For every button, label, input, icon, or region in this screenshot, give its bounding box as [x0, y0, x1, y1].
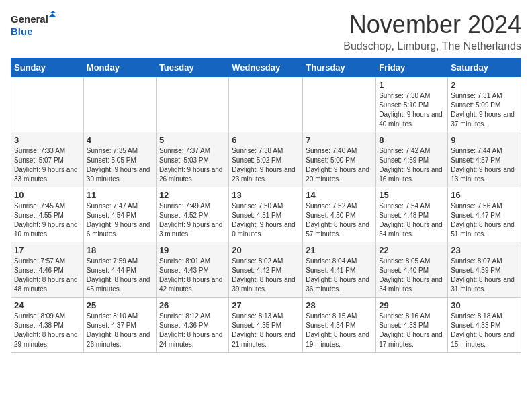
day-info: Sunrise: 7:44 AM Sunset: 4:57 PM Dayligh…: [451, 146, 518, 184]
day-number: 19: [159, 245, 226, 255]
calendar-body: 1Sunrise: 7:30 AM Sunset: 5:10 PM Daylig…: [11, 77, 521, 353]
day-number: 9: [451, 135, 518, 145]
day-number: 25: [87, 300, 153, 310]
day-number: 29: [379, 300, 445, 310]
calendar-cell: 1Sunrise: 7:30 AM Sunset: 5:10 PM Daylig…: [376, 77, 448, 132]
logo-svg: General Blue: [11, 11, 58, 40]
calendar-cell: 16Sunrise: 7:56 AM Sunset: 4:47 PM Dayli…: [448, 187, 521, 242]
location-title: Budschop, Limburg, The Netherlands: [343, 40, 521, 52]
svg-marker-2: [50, 11, 56, 13]
day-number: 30: [451, 300, 518, 310]
day-info: Sunrise: 8:15 AM Sunset: 4:34 PM Dayligh…: [306, 312, 373, 349]
calendar-cell: 25Sunrise: 8:10 AM Sunset: 4:37 PM Dayli…: [83, 298, 156, 353]
day-of-week-header: Saturday: [448, 58, 521, 77]
day-number: 27: [232, 300, 300, 310]
logo: General Blue: [11, 11, 58, 40]
calendar-week-row: 3Sunrise: 7:33 AM Sunset: 5:07 PM Daylig…: [11, 132, 521, 187]
month-title: November 2024: [343, 11, 521, 39]
day-of-week-header: Thursday: [303, 58, 376, 77]
day-number: 14: [306, 190, 373, 200]
calendar-cell: 21Sunrise: 8:04 AM Sunset: 4:41 PM Dayli…: [303, 242, 376, 298]
day-number: 28: [306, 300, 373, 310]
calendar-cell: 7Sunrise: 7:40 AM Sunset: 5:00 PM Daylig…: [303, 132, 376, 187]
day-info: Sunrise: 8:02 AM Sunset: 4:42 PM Dayligh…: [232, 257, 300, 294]
day-of-week-header: Monday: [83, 58, 156, 77]
calendar-cell: [156, 77, 228, 132]
calendar-cell: 26Sunrise: 8:12 AM Sunset: 4:36 PM Dayli…: [156, 298, 228, 353]
calendar-cell: 19Sunrise: 8:01 AM Sunset: 4:43 PM Dayli…: [156, 242, 228, 298]
day-number: 5: [159, 135, 226, 145]
day-info: Sunrise: 7:30 AM Sunset: 5:10 PM Dayligh…: [379, 91, 445, 129]
day-info: Sunrise: 7:57 AM Sunset: 4:46 PM Dayligh…: [14, 257, 81, 294]
calendar-cell: 3Sunrise: 7:33 AM Sunset: 5:07 PM Daylig…: [11, 132, 84, 187]
calendar-cell: 13Sunrise: 7:50 AM Sunset: 4:51 PM Dayli…: [229, 187, 303, 242]
day-number: 17: [14, 245, 81, 255]
day-number: 13: [232, 190, 300, 200]
calendar-cell: [11, 77, 84, 132]
day-number: 20: [232, 245, 300, 255]
day-number: 22: [379, 245, 445, 255]
day-info: Sunrise: 8:16 AM Sunset: 4:33 PM Dayligh…: [379, 312, 445, 349]
calendar-cell: 22Sunrise: 8:05 AM Sunset: 4:40 PM Dayli…: [376, 242, 448, 298]
calendar-cell: [303, 77, 376, 132]
calendar-cell: 11Sunrise: 7:47 AM Sunset: 4:54 PM Dayli…: [83, 187, 156, 242]
day-number: 24: [14, 300, 81, 310]
day-info: Sunrise: 8:01 AM Sunset: 4:43 PM Dayligh…: [159, 257, 226, 294]
day-info: Sunrise: 7:50 AM Sunset: 4:51 PM Dayligh…: [232, 201, 300, 239]
day-info: Sunrise: 7:31 AM Sunset: 5:09 PM Dayligh…: [451, 91, 518, 129]
calendar-cell: 24Sunrise: 8:09 AM Sunset: 4:38 PM Dayli…: [11, 298, 84, 353]
day-info: Sunrise: 7:37 AM Sunset: 5:03 PM Dayligh…: [159, 146, 226, 184]
day-of-week-header: Wednesday: [229, 58, 303, 77]
calendar-week-row: 10Sunrise: 7:45 AM Sunset: 4:55 PM Dayli…: [11, 187, 521, 242]
day-number: 12: [159, 190, 226, 200]
calendar-cell: 2Sunrise: 7:31 AM Sunset: 5:09 PM Daylig…: [448, 77, 521, 132]
calendar-week-row: 24Sunrise: 8:09 AM Sunset: 4:38 PM Dayli…: [11, 298, 521, 353]
day-info: Sunrise: 8:07 AM Sunset: 4:39 PM Dayligh…: [451, 257, 518, 294]
calendar-cell: [229, 77, 303, 132]
day-number: 16: [451, 190, 518, 200]
calendar-cell: 18Sunrise: 7:59 AM Sunset: 4:44 PM Dayli…: [83, 242, 156, 298]
day-info: Sunrise: 7:52 AM Sunset: 4:50 PM Dayligh…: [306, 201, 373, 239]
day-info: Sunrise: 7:40 AM Sunset: 5:00 PM Dayligh…: [306, 146, 373, 184]
calendar-cell: 27Sunrise: 8:13 AM Sunset: 4:35 PM Dayli…: [229, 298, 303, 353]
calendar-cell: 29Sunrise: 8:16 AM Sunset: 4:33 PM Dayli…: [376, 298, 448, 353]
day-number: 18: [87, 245, 153, 255]
calendar-cell: 17Sunrise: 7:57 AM Sunset: 4:46 PM Dayli…: [11, 242, 84, 298]
day-of-week-header: Sunday: [11, 58, 84, 77]
calendar-cell: 23Sunrise: 8:07 AM Sunset: 4:39 PM Dayli…: [448, 242, 521, 298]
day-number: 23: [451, 245, 518, 255]
calendar-cell: 30Sunrise: 8:18 AM Sunset: 4:33 PM Dayli…: [448, 298, 521, 353]
calendar: SundayMondayTuesdayWednesdayThursdayFrid…: [11, 58, 521, 353]
day-number: 8: [379, 135, 445, 145]
day-info: Sunrise: 7:42 AM Sunset: 4:59 PM Dayligh…: [379, 146, 445, 184]
day-info: Sunrise: 8:05 AM Sunset: 4:40 PM Dayligh…: [379, 257, 445, 294]
calendar-cell: 5Sunrise: 7:37 AM Sunset: 5:03 PM Daylig…: [156, 132, 228, 187]
calendar-cell: 28Sunrise: 8:15 AM Sunset: 4:34 PM Dayli…: [303, 298, 376, 353]
calendar-week-row: 1Sunrise: 7:30 AM Sunset: 5:10 PM Daylig…: [11, 77, 521, 132]
day-info: Sunrise: 7:45 AM Sunset: 4:55 PM Dayligh…: [14, 201, 81, 239]
calendar-cell: 9Sunrise: 7:44 AM Sunset: 4:57 PM Daylig…: [448, 132, 521, 187]
title-block: November 2024 Budschop, Limburg, The Net…: [343, 11, 521, 52]
calendar-cell: 4Sunrise: 7:35 AM Sunset: 5:05 PM Daylig…: [83, 132, 156, 187]
day-number: 10: [14, 190, 81, 200]
calendar-cell: 15Sunrise: 7:54 AM Sunset: 4:48 PM Dayli…: [376, 187, 448, 242]
day-number: 26: [159, 300, 226, 310]
calendar-cell: 14Sunrise: 7:52 AM Sunset: 4:50 PM Dayli…: [303, 187, 376, 242]
day-info: Sunrise: 7:56 AM Sunset: 4:47 PM Dayligh…: [451, 201, 518, 239]
calendar-cell: 12Sunrise: 7:49 AM Sunset: 4:52 PM Dayli…: [156, 187, 228, 242]
day-number: 1: [379, 80, 445, 90]
day-info: Sunrise: 8:13 AM Sunset: 4:35 PM Dayligh…: [232, 312, 300, 349]
day-info: Sunrise: 7:38 AM Sunset: 5:02 PM Dayligh…: [232, 146, 300, 184]
svg-text:General: General: [11, 13, 48, 25]
calendar-cell: 10Sunrise: 7:45 AM Sunset: 4:55 PM Dayli…: [11, 187, 84, 242]
calendar-week-row: 17Sunrise: 7:57 AM Sunset: 4:46 PM Dayli…: [11, 242, 521, 298]
day-number: 11: [87, 190, 153, 200]
day-number: 6: [232, 135, 300, 145]
day-info: Sunrise: 8:09 AM Sunset: 4:38 PM Dayligh…: [14, 312, 81, 349]
calendar-cell: [83, 77, 156, 132]
day-number: 4: [87, 135, 153, 145]
calendar-cell: 20Sunrise: 8:02 AM Sunset: 4:42 PM Dayli…: [229, 242, 303, 298]
day-info: Sunrise: 8:04 AM Sunset: 4:41 PM Dayligh…: [306, 257, 373, 294]
day-of-week-header: Tuesday: [156, 58, 228, 77]
svg-marker-3: [48, 13, 56, 17]
